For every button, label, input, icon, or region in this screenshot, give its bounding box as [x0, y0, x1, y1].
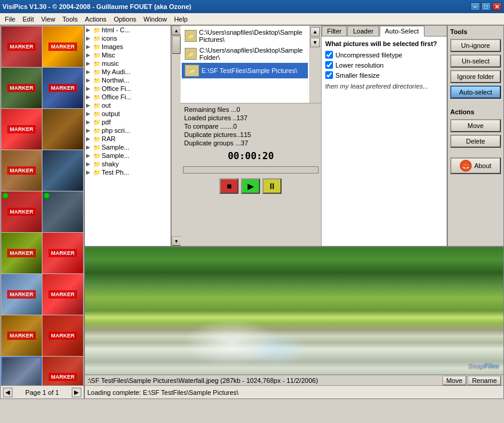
marker-badge-10: MARKER [7, 166, 36, 175]
tree-item-sample1[interactable]: ▶📁 Sample... [85, 143, 170, 151]
tools-section-label: Tools [450, 28, 501, 35]
thumb-16[interactable]: MARKER [1, 233, 42, 273]
menu-actions[interactable]: Actions [81, 15, 110, 23]
watermark-text: SnapFiles [468, 360, 499, 370]
about-icon: 🦊 [460, 160, 472, 172]
scrollbar-down-button[interactable]: ▼ [172, 236, 181, 246]
ignore-folder-button[interactable]: Ignore folder [450, 70, 501, 83]
move-status-button[interactable]: Move [442, 376, 467, 385]
marker-badge-17: MARKER [48, 249, 77, 257]
scrollbar-thumb[interactable] [172, 36, 181, 54]
title-text: VisiPics V1.30 - © 2004-2008 - Guillaume… [2, 3, 191, 10]
checkbox-lower-res-label: Lower resolution [335, 62, 384, 69]
window-controls: − □ ✕ [471, 2, 502, 11]
status-bar: :\SF TestFiles\Sample Pictures\Waterfall… [85, 375, 503, 385]
stat-remaining: Remaining files ...0 [183, 106, 319, 113]
unselect-button[interactable]: Un-select [450, 54, 501, 68]
rename-status-button[interactable]: Rename [468, 376, 501, 385]
menu-edit[interactable]: Edit [19, 15, 38, 23]
path-row-1[interactable]: 📁 C:\Users\snapfiles\Desktop\Sample Pict… [182, 27, 308, 45]
tree-item-pdf[interactable]: ▶📁 pdf [85, 118, 170, 126]
actions-section-label: Actions [450, 108, 501, 115]
thumb-20[interactable]: MARKER [42, 274, 83, 315]
thumb-22[interactable]: MARKER [1, 315, 42, 356]
path-up-button[interactable]: ▲ [310, 27, 320, 36]
folder-tree-scrollbar[interactable]: ▲ ▼ [171, 26, 181, 246]
thumb-10[interactable]: MARKER [1, 150, 42, 191]
tree-item-shaky[interactable]: ▶📁 shaky [85, 160, 170, 168]
left-panel: MARKER MARKER MARKER MARKER MARKER MARKE… [1, 26, 85, 398]
delete-button[interactable]: Delete [450, 135, 501, 148]
stat-dup-groups: Duplicate groups ...37 [183, 139, 319, 147]
tree-item-output[interactable]: ▶📁 output [85, 109, 170, 118]
tree-item-music[interactable]: ▶📁 music [85, 59, 170, 68]
tab-auto-select[interactable]: Auto-Select [380, 26, 424, 36]
thumb-2[interactable]: MARKER [42, 26, 83, 67]
menu-options[interactable]: Options [110, 15, 140, 23]
checkbox-uncompressed-input[interactable] [325, 51, 333, 59]
tree-item-myaudi[interactable]: ▶📁 My Audi... [85, 68, 170, 76]
page-prev-button[interactable]: ◀ [3, 388, 13, 397]
menu-file[interactable]: File [1, 15, 19, 23]
tree-item-northwi[interactable]: ▶📁 Northwi... [85, 76, 170, 84]
tree-item-phpscri[interactable]: ▶📁 php scri... [85, 126, 170, 135]
path-down-button[interactable]: ▼ [310, 38, 320, 47]
checkbox-lower-res-input[interactable] [325, 61, 333, 69]
thumb-19[interactable]: MARKER [1, 274, 42, 315]
page-next-button[interactable]: ▶ [72, 388, 81, 397]
tab-content: What pictures will be selected first? Un… [322, 36, 447, 246]
path-list: 📁 C:\Users\snapfiles\Desktop\Sample Pict… [181, 26, 309, 104]
tree-item-images[interactable]: ▶📁 Images [85, 42, 170, 51]
menu-help[interactable]: Help [170, 15, 191, 23]
menu-view[interactable]: View [38, 15, 59, 23]
loading-text: Loading complete: E:\SF TestFiles\Sample… [87, 389, 239, 396]
tree-item-testph[interactable]: ▶📁 Test Ph... [85, 168, 170, 176]
tab-filter[interactable]: Filter [322, 26, 347, 36]
maximize-button[interactable]: □ [481, 2, 491, 11]
tree-item-html[interactable]: ▶📁 html - C... [85, 26, 170, 34]
stats-left: Remaining files ...0 Loaded pictures ..1… [183, 106, 319, 244]
titlebar: VisiPics V1.30 - © 2004-2008 - Guillaume… [0, 0, 504, 13]
close-button[interactable]: ✕ [492, 2, 502, 11]
scrollbar-track[interactable] [172, 35, 181, 236]
play-button[interactable]: ▶ [241, 178, 260, 194]
tab-loader[interactable]: Loader [347, 26, 378, 36]
tree-item-office1[interactable]: ▶📁 Office Fi... [85, 84, 170, 93]
path-icon-1: 📁 [185, 30, 197, 42]
thumb-13[interactable]: MARKER [1, 191, 42, 232]
about-button[interactable]: 🦊 About [450, 157, 501, 174]
menu-window[interactable]: Window [140, 15, 170, 23]
thumb-14[interactable] [42, 191, 83, 232]
checkbox-smaller-file-input[interactable] [325, 71, 333, 79]
unignore-button[interactable]: Un-ignore [450, 39, 501, 52]
thumb-11[interactable] [42, 150, 83, 191]
tree-item-icons[interactable]: ▶📁 icons [85, 34, 170, 42]
checkbox-uncompressed: Uncompressed filetype [325, 51, 443, 59]
move-tool-button[interactable]: Move [450, 119, 501, 132]
thumb-8[interactable] [42, 109, 83, 150]
checkbox-smaller-file-label: Smaller filesize [335, 72, 380, 79]
thumb-5[interactable]: MARKER [42, 68, 83, 108]
tree-item-out[interactable]: ▶📁 out [85, 101, 170, 109]
scrollbar-up-button[interactable]: ▲ [172, 26, 181, 35]
thumb-4[interactable]: MARKER [1, 68, 42, 108]
path-row-3[interactable]: 📁 E:\SF TestFiles\Sample Pictures\ [182, 63, 308, 78]
tree-item-office2[interactable]: ▶📁 Office Fi... [85, 93, 170, 101]
menu-tools[interactable]: Tools [59, 15, 81, 23]
path-row-2[interactable]: 📁 C:\Users\snapfiles\Desktop\Sample Fold… [182, 45, 308, 63]
thumb-1[interactable]: MARKER [1, 26, 42, 67]
thumb-26[interactable]: MARKER [42, 357, 83, 385]
thumb-7[interactable]: MARKER [1, 109, 42, 150]
thumb-17[interactable]: MARKER [42, 233, 83, 273]
stop-button[interactable]: ■ [219, 178, 239, 194]
marker-badge-13: MARKER [7, 208, 36, 216]
tree-item-rar[interactable]: ▶📁 RAR [85, 135, 170, 143]
thumb-25[interactable] [1, 357, 42, 385]
tree-item-misc[interactable]: ▶📁 Misc [85, 51, 170, 59]
minimize-button[interactable]: − [471, 2, 480, 11]
auto-select-button[interactable]: Auto-select [450, 86, 501, 99]
checkbox-uncompressed-label: Uncompressed filetype [335, 51, 402, 59]
tree-item-sample2[interactable]: ▶📁 Sample... [85, 151, 170, 160]
pause-button[interactable]: ⏸ [262, 178, 282, 194]
thumb-23[interactable]: MARKER [42, 315, 83, 356]
